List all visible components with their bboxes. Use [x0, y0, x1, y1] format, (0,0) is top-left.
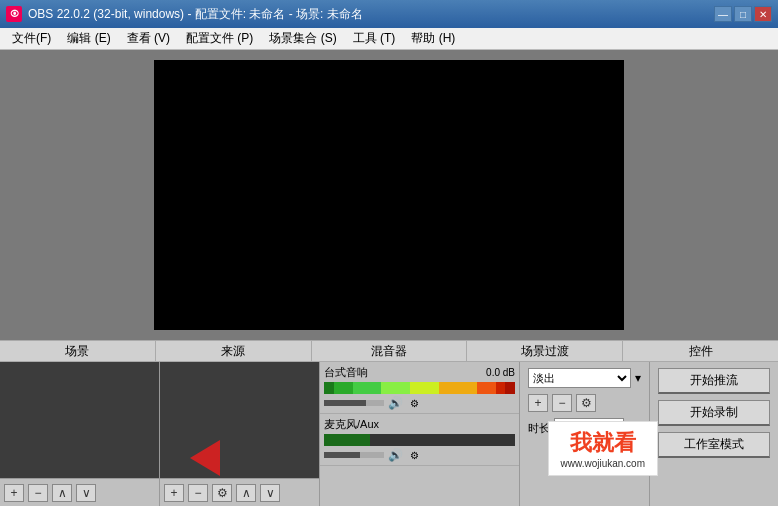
source-list [160, 362, 319, 478]
studio-mode-button[interactable]: 工作室模式 [658, 432, 770, 458]
window-title: OBS 22.0.2 (32-bit, windows) - 配置文件: 未命名… [28, 6, 363, 23]
mixer-panel: 台式音响 0.0 dB 🔊 ⚙ [320, 362, 520, 506]
window-controls: — □ ✕ [714, 6, 772, 22]
mixer-desktop-label: 台式音响 [324, 365, 368, 380]
source-down-button[interactable]: ∨ [260, 484, 280, 502]
transition-remove-button[interactable]: − [552, 394, 572, 412]
mixer-mic-volume[interactable] [324, 452, 384, 458]
section-header-场景过渡: 场景过渡 [467, 341, 623, 361]
menu-item-t[interactable]: 工具 (T) [345, 28, 404, 49]
transition-add-button[interactable]: + [528, 394, 548, 412]
source-panel: + − ⚙ ∧ ∨ [160, 362, 320, 506]
source-add-button[interactable]: + [164, 484, 184, 502]
app-icon: ⦿ [6, 6, 22, 22]
menu-item-h[interactable]: 帮助 (H) [403, 28, 463, 49]
menu-item-p[interactable]: 配置文件 (P) [178, 28, 261, 49]
transition-buttons: + − ⚙ [528, 394, 641, 412]
section-headers: 场景来源混音器场景过渡控件 [0, 340, 778, 362]
scene-list [0, 362, 159, 478]
transition-type-select[interactable]: 淡出 [528, 368, 631, 388]
mixer-speaker-icon[interactable]: 🔊 [388, 396, 403, 410]
source-up-button[interactable]: ∧ [236, 484, 256, 502]
section-header-控件: 控件 [623, 341, 778, 361]
watermark: 我就看 www.wojiukan.com [548, 421, 658, 476]
mixer-mic-controls: 🔊 ⚙ [324, 448, 515, 462]
mixer-item-mic: 麦克风/Aux 🔊 ⚙ [320, 414, 519, 466]
title-bar: ⦿ OBS 22.0.2 (32-bit, windows) - 配置文件: 未… [0, 0, 778, 28]
mixer-desktop-volume[interactable] [324, 400, 384, 406]
mixer-desktop-gear[interactable]: ⚙ [407, 396, 421, 410]
close-button[interactable]: ✕ [754, 6, 772, 22]
mixer-mic-label: 麦克风/Aux [324, 417, 379, 432]
section-header-混音器: 混音器 [312, 341, 468, 361]
menu-item-s[interactable]: 场景集合 (S) [261, 28, 344, 49]
source-toolbar: + − ⚙ ∧ ∨ [160, 478, 319, 506]
watermark-main-text: 我就看 [561, 428, 645, 458]
section-header-场景: 场景 [0, 341, 156, 361]
start-stream-button[interactable]: 开始推流 [658, 368, 770, 394]
start-record-button[interactable]: 开始录制 [658, 400, 770, 426]
scene-panel: + − ∧ ∨ [0, 362, 160, 506]
mixer-desktop-controls: 🔊 ⚙ [324, 396, 515, 410]
mixer-mic-gear[interactable]: ⚙ [407, 448, 421, 462]
mixer-mic-speaker-icon[interactable]: 🔊 [388, 448, 403, 462]
scene-remove-button[interactable]: − [28, 484, 48, 502]
mixer-desktop-bar [324, 382, 515, 394]
transition-arrow-icon: ▾ [635, 371, 641, 385]
transition-settings-button[interactable]: ⚙ [576, 394, 596, 412]
menu-item-v[interactable]: 查看 (V) [119, 28, 178, 49]
menu-item-e[interactable]: 编辑 (E) [59, 28, 118, 49]
scene-toolbar: + − ∧ ∨ [0, 478, 159, 506]
source-remove-button[interactable]: − [188, 484, 208, 502]
source-settings-button[interactable]: ⚙ [212, 484, 232, 502]
scene-down-button[interactable]: ∨ [76, 484, 96, 502]
mixer-item-desktop: 台式音响 0.0 dB 🔊 ⚙ [320, 362, 519, 414]
section-header-来源: 来源 [156, 341, 312, 361]
menu-bar: 文件(F)编辑 (E)查看 (V)配置文件 (P)场景集合 (S)工具 (T)帮… [0, 28, 778, 50]
mixer-desktop-db: 0.0 dB [486, 367, 515, 378]
menu-item-f[interactable]: 文件(F) [4, 28, 59, 49]
scene-up-button[interactable]: ∧ [52, 484, 72, 502]
mixer-mic-bar [324, 434, 515, 446]
scene-add-button[interactable]: + [4, 484, 24, 502]
maximize-button[interactable]: □ [734, 6, 752, 22]
watermark-sub-text: www.wojiukan.com [561, 458, 645, 469]
bottom-panels: + − ∧ ∨ + − ⚙ ∧ ∨ 台式音响 0.0 dB [0, 362, 778, 506]
minimize-button[interactable]: — [714, 6, 732, 22]
transition-type-row: 淡出 ▾ [528, 368, 641, 388]
controls-panel: 开始推流 开始录制 工作室模式 [650, 362, 778, 506]
preview-area [0, 50, 778, 340]
preview-canvas [154, 60, 624, 330]
